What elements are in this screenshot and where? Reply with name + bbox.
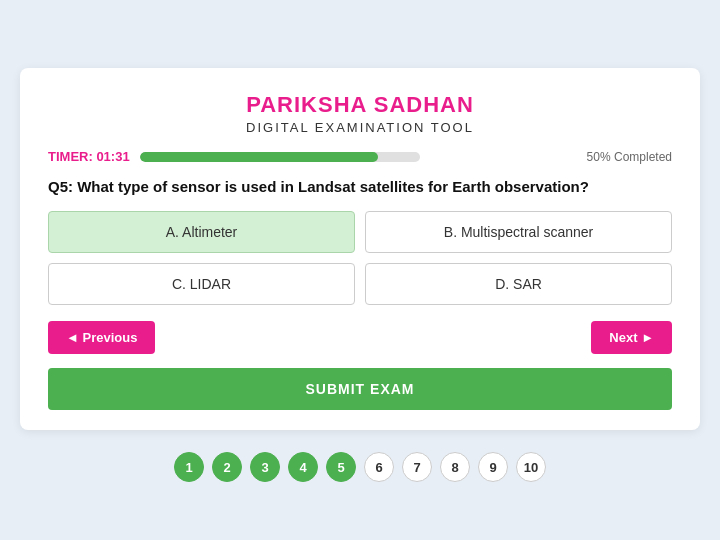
next-button[interactable]: Next ► (591, 321, 672, 354)
question-text: Q5: What type of sensor is used in Lands… (48, 178, 672, 195)
page-5[interactable]: 5 (326, 452, 356, 482)
page-7[interactable]: 7 (402, 452, 432, 482)
app-subtitle: DIGITAL EXAMINATION TOOL (48, 120, 672, 135)
option-d[interactable]: D. SAR (365, 263, 672, 305)
pagination: 1 2 3 4 5 6 7 8 9 10 (174, 452, 546, 482)
options-grid: A. Altimeter B. Multispectral scanner C.… (48, 211, 672, 305)
timer-progress-fill (140, 152, 378, 162)
timer-row: TIMER: 01:31 50% Completed (48, 149, 672, 164)
option-c[interactable]: C. LIDAR (48, 263, 355, 305)
timer-progress-bar (140, 152, 420, 162)
option-a[interactable]: A. Altimeter (48, 211, 355, 253)
submit-exam-button[interactable]: SUBMIT EXAM (48, 368, 672, 410)
previous-button[interactable]: ◄ Previous (48, 321, 155, 354)
timer-left: TIMER: 01:31 (48, 149, 420, 164)
exam-card: PARIKSHA SADHAN DIGITAL EXAMINATION TOOL… (20, 68, 700, 430)
app-header: PARIKSHA SADHAN DIGITAL EXAMINATION TOOL (48, 92, 672, 135)
page-4[interactable]: 4 (288, 452, 318, 482)
nav-row: ◄ Previous Next ► (48, 321, 672, 354)
page-2[interactable]: 2 (212, 452, 242, 482)
page-1[interactable]: 1 (174, 452, 204, 482)
timer-label: TIMER: 01:31 (48, 149, 130, 164)
app-title: PARIKSHA SADHAN (48, 92, 672, 118)
completed-text: 50% Completed (587, 150, 672, 164)
page-9[interactable]: 9 (478, 452, 508, 482)
page-3[interactable]: 3 (250, 452, 280, 482)
option-b[interactable]: B. Multispectral scanner (365, 211, 672, 253)
page-10[interactable]: 10 (516, 452, 546, 482)
page-8[interactable]: 8 (440, 452, 470, 482)
page-6[interactable]: 6 (364, 452, 394, 482)
